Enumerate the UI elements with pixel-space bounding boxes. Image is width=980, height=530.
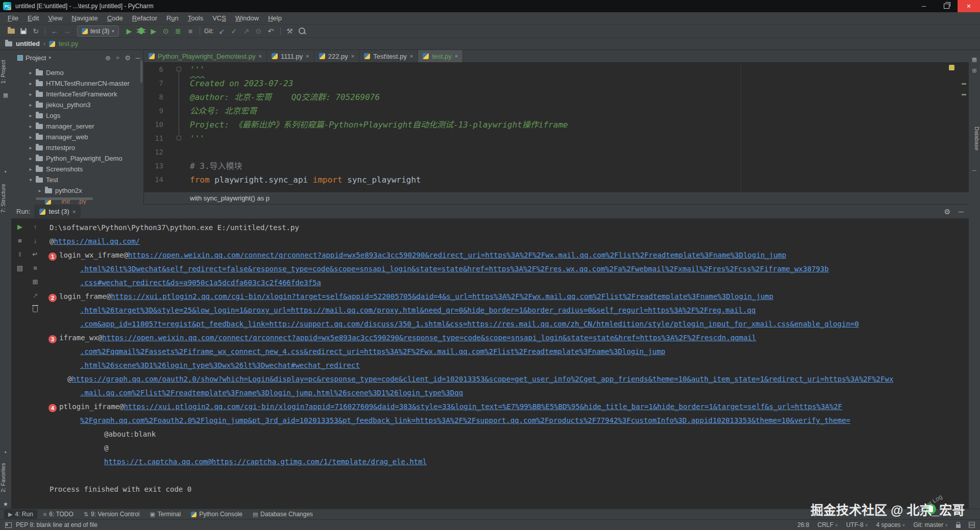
toolwindow-terminal[interactable]: ▣Terminal (145, 510, 185, 519)
tool-stripe-database[interactable]: Database (969, 127, 980, 150)
pause-icon[interactable]: ‖ (15, 249, 24, 259)
close-icon[interactable]: × (351, 53, 354, 59)
forward-icon[interactable]: → (61, 26, 73, 36)
console-link[interactable]: .css#wechat_redirect&ds=a9050c1a5dcdfa60… (80, 279, 321, 287)
up-stack-icon[interactable]: ↑ (31, 222, 40, 231)
tool-stripe-favorites[interactable]: 2: Favorites (0, 456, 11, 499)
close-icon[interactable]: × (410, 53, 413, 59)
status-utf-8[interactable]: UTF-8∨ (846, 521, 868, 528)
editor-tab[interactable]: Test\test.py× (359, 50, 418, 62)
status-26-8[interactable]: 26:8 (797, 521, 809, 528)
restore-button[interactable] (935, 0, 958, 12)
tool-stripe-structure[interactable]: 7: Structure (0, 176, 11, 220)
project-tree-item[interactable]: ▸manager_web (11, 132, 144, 142)
project-tree-item[interactable]: ▸Python_Playwright_Demo (11, 153, 144, 164)
run-console[interactable]: D:\software\Python\Python37\python.exe E… (46, 219, 965, 496)
close-icon[interactable]: × (306, 53, 309, 59)
close-icon[interactable]: × (258, 53, 261, 59)
fold-marker[interactable] (177, 67, 181, 71)
fold-marker[interactable] (177, 136, 181, 140)
run-concurrency-icon[interactable]: ≣ (172, 26, 184, 36)
chevron-down-icon[interactable]: ▾ (48, 55, 51, 60)
export-icon[interactable]: ↗ (31, 291, 40, 300)
profiler-icon[interactable]: ⊙ (160, 26, 172, 36)
menu-vcs[interactable]: VCS (208, 12, 231, 24)
project-tree-item[interactable]: ▸Screenshots (11, 164, 144, 174)
back-icon[interactable]: ← (48, 26, 61, 36)
status-crlf[interactable]: CRLF∨ (818, 521, 838, 528)
project-tree-item[interactable]: ▸HTMLTestRunnerCN-master (11, 78, 144, 89)
restore-layout-icon[interactable]: ▤ (15, 263, 24, 272)
menu-refactor[interactable]: Refactor (128, 12, 162, 24)
window-icon[interactable] (5, 522, 12, 528)
run-config-selector[interactable]: test (3)▾ (77, 26, 119, 37)
screenshot-tool-icon[interactable]: ▦ (971, 56, 977, 62)
debug-icon[interactable] (135, 26, 148, 36)
run-icon[interactable]: ▶ (123, 26, 135, 36)
reader-mode-icon[interactable] (969, 522, 975, 528)
lock-icon[interactable] (956, 524, 961, 528)
menu-view[interactable]: View (43, 12, 67, 24)
status-git-master[interactable]: Git: master∨ (913, 521, 948, 528)
menu-navigate[interactable]: Navigate (67, 12, 102, 24)
tool-stripe-project[interactable]: 1: Project (0, 54, 11, 90)
soft-wrap-icon[interactable]: ↵ (31, 249, 40, 259)
editor-tab[interactable]: test.py× (418, 50, 463, 62)
scroll-end-icon[interactable]: ≡ (31, 263, 40, 272)
rerun-icon[interactable]: ▶ (15, 222, 24, 231)
settings-icon[interactable]: ⚙ (125, 54, 131, 62)
console-link[interactable]: https://graph.qq.com/oauth2.0/show?which… (71, 375, 893, 383)
save-icon[interactable] (17, 26, 30, 36)
console-link[interactable]: .html%26lt%3Dwechat&self_redirect=false&… (80, 265, 829, 273)
wrench-icon[interactable]: ⚒ (284, 26, 296, 36)
close-button[interactable]: × (958, 0, 980, 12)
console-link[interactable]: https://mail.qq.com/ (54, 237, 140, 245)
project-tree-item[interactable]: ▸mztestpro (11, 142, 144, 153)
locate-icon[interactable]: ⊕ (105, 54, 111, 62)
menu-code[interactable]: Code (103, 12, 128, 24)
run-tab[interactable]: test (3) × (34, 205, 81, 219)
run-coverage-icon[interactable]: ▶ (148, 26, 160, 36)
project-tree-item[interactable]: ▾Test (11, 174, 144, 185)
project-tree-item[interactable]: ▸python2x (11, 185, 144, 196)
console-link[interactable]: https://open.weixin.qq.com/connect/qrcon… (128, 251, 787, 259)
collapse-all-icon[interactable]: ÷ (116, 54, 119, 62)
status-4-spaces[interactable]: 4 spaces∨ (876, 521, 905, 528)
sync-icon[interactable]: ↻ (30, 26, 42, 36)
project-tree-item[interactable]: ▸Demo (11, 67, 144, 78)
console-link[interactable]: https://xui.ptlogin2.qq.com/cgi-bin/xlog… (124, 402, 842, 411)
open-folder-icon[interactable] (5, 26, 17, 36)
panel-tool-icon[interactable]: ⊞ (971, 67, 977, 73)
git-commit-icon[interactable]: ✓ (228, 26, 240, 36)
menu-help[interactable]: Help (263, 12, 286, 24)
down-stack-icon[interactable]: ↓ (31, 236, 40, 245)
project-tree-item[interactable]: ▸manager_server (11, 121, 144, 132)
git-update-icon[interactable]: ↙ (216, 26, 228, 36)
menu-window[interactable]: Window (231, 12, 263, 24)
editor[interactable]: 6'''7Created on 2023-07-238@author: 北京-宏… (144, 63, 969, 192)
console-link[interactable]: https://xui.ptlogin2.qq.com/cgi-bin/xlog… (111, 292, 773, 300)
breadcrumb-file[interactable]: test.py (59, 40, 78, 47)
menu-tools[interactable]: Tools (183, 12, 208, 24)
git-push-icon[interactable]: ↗ (240, 26, 253, 36)
menu-file[interactable]: File (3, 12, 23, 24)
toolwindow-python-console[interactable]: Python Console (187, 510, 247, 519)
clear-icon[interactable] (33, 307, 38, 312)
console-link[interactable]: .com%2Fqqmail%2Fassets%2Fiframe_wx_conne… (80, 347, 665, 356)
toolwindow-version-control[interactable]: ⇅9: Version Control (80, 510, 144, 519)
menu-run[interactable]: Run (162, 12, 183, 24)
search-icon[interactable] (296, 26, 308, 36)
stop-icon[interactable]: ■ (15, 236, 24, 245)
console-link[interactable]: .mail.qq.com%2Flist%2Freadtemplate%3Fnam… (80, 389, 463, 397)
close-icon[interactable]: × (72, 209, 76, 215)
project-panel-title[interactable]: Project (26, 54, 46, 62)
console-link[interactable]: .html%26target%3D&style=25&low_login=1&p… (80, 306, 755, 314)
editor-tab[interactable]: 222.py× (314, 50, 359, 62)
editor-tab[interactable]: Python_Playwright_Demo\test.py× (144, 50, 267, 62)
project-tree-item[interactable]: ▸InterfaceTestFramework (11, 89, 144, 99)
close-icon[interactable]: × (455, 53, 458, 59)
stop-icon[interactable]: ■ (184, 26, 197, 36)
project-tree-item[interactable]: ▸jiekou_python3 (11, 99, 144, 110)
console-link[interactable]: .com&app_id=11005?t=regist&pt_feedback_l… (80, 320, 859, 328)
tree-horizontal-scrollbar[interactable] (36, 197, 93, 200)
